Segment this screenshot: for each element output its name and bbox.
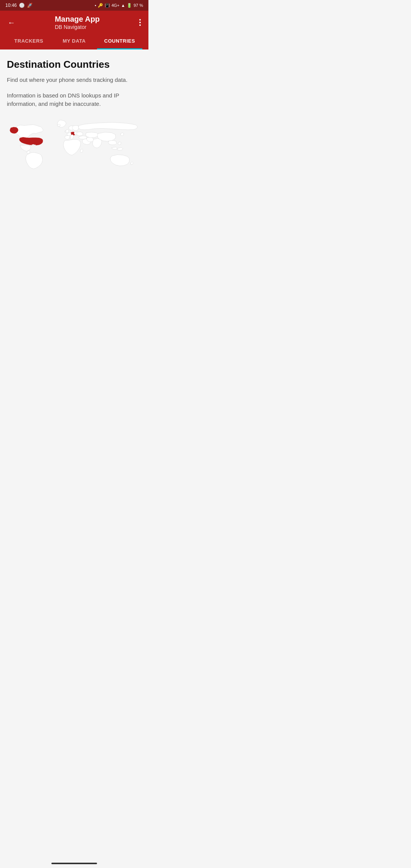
world-map xyxy=(7,118,142,185)
rocket-icon: 🚀 xyxy=(27,3,33,8)
indonesia xyxy=(112,147,117,149)
status-left: 10:46 ⚪ 🚀 xyxy=(5,3,33,8)
world-map-container xyxy=(7,118,142,185)
ukraine xyxy=(77,132,83,136)
tab-trackers[interactable]: TRACKERS xyxy=(6,34,51,49)
iberia xyxy=(65,136,70,140)
tab-mydata[interactable]: MY DATA xyxy=(51,34,97,49)
network-label: 4G+ xyxy=(112,3,119,8)
indonesia2 xyxy=(117,147,123,150)
dot-icon: • xyxy=(95,3,96,8)
usa-continental xyxy=(19,137,43,145)
russia xyxy=(78,122,137,129)
se-asia xyxy=(108,140,116,145)
status-right: • 🔑 📳 4G+ ▲ 🔋 97 % xyxy=(95,3,143,8)
page-content: Destination Countries Find out where you… xyxy=(0,49,148,193)
page-title: Destination Countries xyxy=(7,59,142,70)
back-button[interactable]: ← xyxy=(6,17,17,29)
circle-icon: ⚪ xyxy=(19,3,25,8)
more-options-button[interactable] xyxy=(138,18,142,27)
turkey xyxy=(79,136,87,139)
menu-dot-2 xyxy=(139,22,141,23)
key-icon: 🔑 xyxy=(98,3,103,8)
tab-countries[interactable]: COUNTRIES xyxy=(97,34,142,49)
app-bar-top: ← Manage App DB Navigator xyxy=(6,14,142,34)
menu-dot-3 xyxy=(139,24,141,26)
description-secondary: Information is based on DNS lookups and … xyxy=(7,91,142,108)
app-bar: ← Manage App DB Navigator TRACKERS MY DA… xyxy=(0,11,148,49)
kazakhstan xyxy=(86,132,98,137)
battery-label: 97 % xyxy=(134,3,143,8)
status-time: 10:46 xyxy=(5,3,17,8)
ireland xyxy=(65,131,66,132)
italy xyxy=(70,134,73,139)
philippines xyxy=(118,142,121,145)
sweden-finland xyxy=(72,125,79,130)
app-title: Manage App xyxy=(55,14,100,24)
south-america xyxy=(26,152,43,169)
menu-dot-1 xyxy=(139,19,141,21)
status-bar: 10:46 ⚪ 🚀 • 🔑 📳 4G+ ▲ 🔋 97 % xyxy=(0,0,148,11)
japan xyxy=(121,133,124,136)
uk xyxy=(65,129,68,132)
france xyxy=(67,133,71,136)
description-primary: Find out where your phone sends tracking… xyxy=(7,76,142,85)
central-america xyxy=(27,151,30,154)
tab-bar: TRACKERS MY DATA COUNTRIES xyxy=(6,34,142,49)
madagascar xyxy=(80,149,83,153)
india xyxy=(92,139,102,148)
title-block: Manage App DB Navigator xyxy=(55,14,100,30)
new-zealand xyxy=(131,162,133,164)
vibrate-icon: 📳 xyxy=(105,3,110,8)
signal-icon: ▲ xyxy=(121,3,125,8)
canada xyxy=(15,124,43,139)
app-subtitle: DB Navigator xyxy=(55,24,100,30)
mexico xyxy=(20,145,31,151)
australia xyxy=(110,155,129,166)
africa xyxy=(64,139,81,155)
battery-icon: 🔋 xyxy=(127,3,132,8)
